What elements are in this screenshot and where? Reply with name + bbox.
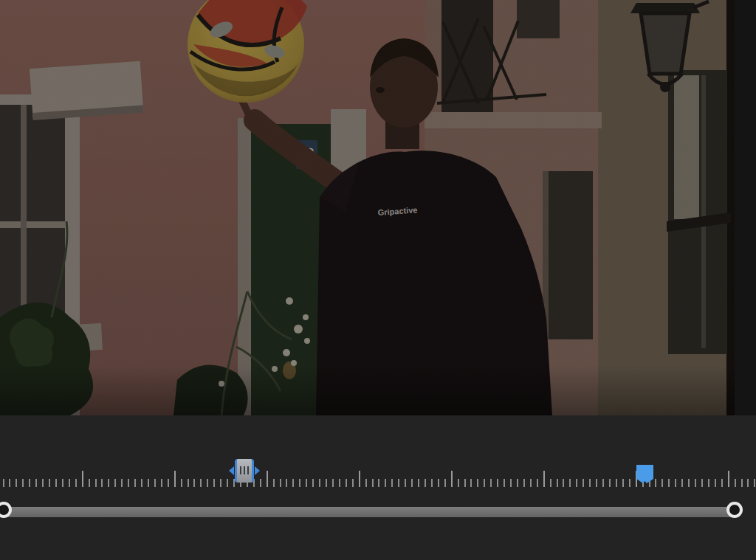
grip-left-arrow-icon — [229, 466, 234, 475]
monitor-panel: 3 — [0, 0, 756, 560]
video-frame-art: 3 — [0, 0, 735, 415]
zoom-handle-right[interactable] — [726, 502, 743, 518]
transport-toolbar: { } — [0, 525, 756, 560]
grip-lines — [240, 466, 249, 474]
playhead-grip[interactable] — [230, 459, 258, 483]
timeline-ruler[interactable] — [0, 459, 756, 487]
zoom-scroll-area — [0, 496, 756, 525]
timeline-marker[interactable] — [636, 464, 654, 485]
monitor-control-bar: 00:03:32:10 Adapter 1/2 00:00:09:01 — [0, 415, 756, 459]
vignette — [0, 0, 735, 415]
grip-right-arrow-icon — [255, 466, 260, 475]
video-stage: 3 — [0, 0, 756, 415]
video-preview[interactable]: 3 — [0, 0, 735, 415]
zoom-scrollbar[interactable] — [3, 507, 736, 517]
